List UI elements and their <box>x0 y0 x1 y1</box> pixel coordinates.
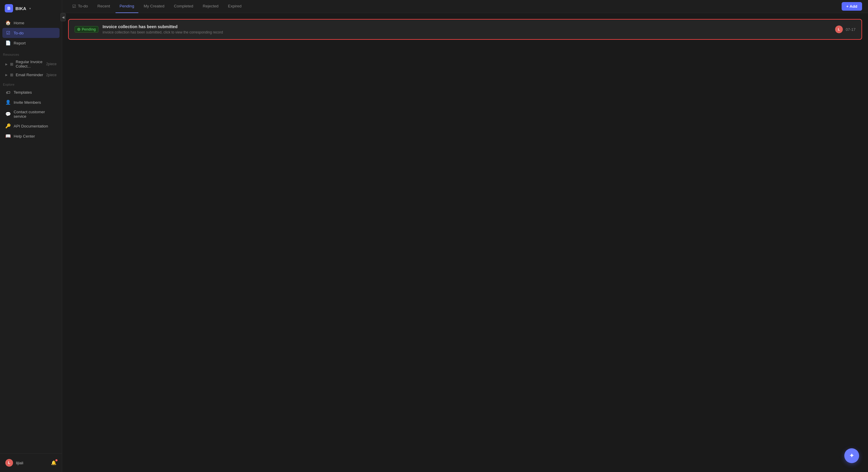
grid-icon: ⊞ <box>10 62 13 66</box>
task-meta: L 07-17 <box>835 26 856 33</box>
report-icon: 📄 <box>5 40 11 46</box>
sidebar-item-home-label: Home <box>13 21 24 25</box>
tab-completed[interactable]: Completed <box>170 0 197 13</box>
notification-dot <box>55 459 58 461</box>
main-nav: 🏠 Home ☑ To-do 📄 Report <box>0 17 62 49</box>
avatar: L <box>5 459 13 467</box>
app-logo[interactable]: B BIKA ▾ <box>0 0 62 17</box>
tab-recent[interactable]: Recent <box>93 0 114 13</box>
sidebar-item-api-documentation[interactable]: 🔑 API Documentation <box>2 121 60 131</box>
task-card[interactable]: Pending Invoice collection has been subm… <box>68 19 862 40</box>
sidebar-item-invite-members[interactable]: 👤 Invite Members <box>2 97 60 107</box>
pending-badge: Pending <box>75 26 98 33</box>
content-area: Pending Invoice collection has been subm… <box>62 13 868 472</box>
sidebar-item-contact-label: Contact customer service <box>13 110 57 119</box>
sidebar-item-home[interactable]: 🏠 Home <box>2 18 60 28</box>
fab-icon: ✦ <box>849 452 855 460</box>
sidebar-item-templates-label: Templates <box>13 90 32 95</box>
expand-icon: ▶ <box>5 73 8 77</box>
grid-icon: ⊞ <box>10 72 13 77</box>
sidebar-item-api-label: API Documentation <box>13 124 48 128</box>
main-content: ☑ To-do Recent Pending My Created Comple… <box>62 0 868 472</box>
tab-pending[interactable]: Pending <box>116 0 138 13</box>
chat-icon: 💬 <box>5 112 11 117</box>
sidebar-item-todo[interactable]: ☑ To-do <box>2 28 60 38</box>
resource-item-email-reminder[interactable]: ▶ ⊞ Email Reminder 2piece <box>2 70 60 79</box>
resource-label: Regular Invoice Collect... <box>16 60 44 68</box>
tab-recent-label: Recent <box>97 4 110 8</box>
task-date: 07-17 <box>846 27 856 32</box>
task-subtitle: invoice collection has been submitted, c… <box>102 30 831 34</box>
app-name: BIKA <box>16 6 26 11</box>
task-info: Invoice collection has been submitted in… <box>102 24 831 34</box>
chevron-down-icon: ▾ <box>29 7 31 10</box>
tab-todo[interactable]: ☑ To-do <box>68 0 92 13</box>
sidebar-item-report-label: Report <box>13 41 26 46</box>
sidebar-item-report[interactable]: 📄 Report <box>2 38 60 48</box>
sidebar-item-help-label: Help Center <box>13 134 35 139</box>
sidebar-item-contact-customer-service[interactable]: 💬 Contact customer service <box>2 107 60 121</box>
tab-completed-label: Completed <box>174 4 193 8</box>
sidebar-item-todo-label: To-do <box>13 31 24 35</box>
add-button[interactable]: + Add <box>842 2 862 11</box>
invite-icon: 👤 <box>5 99 11 105</box>
bell-icon[interactable]: 🔔 <box>51 460 57 466</box>
task-title: Invoice collection has been submitted <box>102 24 831 29</box>
tab-my-created[interactable]: My Created <box>140 0 168 13</box>
tab-todo-icon: ☑ <box>72 4 76 9</box>
tab-rejected[interactable]: Rejected <box>198 0 222 13</box>
tab-expired[interactable]: Expired <box>224 0 246 13</box>
user-name: lijiali <box>16 461 23 465</box>
todo-icon: ☑ <box>5 30 11 36</box>
sidebar-footer: L lijiali 🔔 <box>0 453 62 472</box>
sidebar-item-invite-label: Invite Members <box>13 100 41 105</box>
api-icon: 🔑 <box>5 123 11 129</box>
tab-expired-label: Expired <box>228 4 242 8</box>
tab-bar: ☑ To-do Recent Pending My Created Comple… <box>62 0 868 13</box>
expand-icon: ▶ <box>5 63 8 66</box>
sidebar-item-templates[interactable]: 🏷 Templates <box>2 87 60 97</box>
sidebar-collapse-toggle[interactable]: ◀ <box>60 13 66 21</box>
tab-my-created-label: My Created <box>144 4 164 8</box>
home-icon: 🏠 <box>5 20 11 26</box>
sidebar: B BIKA ▾ 🏠 Home ☑ To-do 📄 Report Resourc… <box>0 0 62 472</box>
resources-section-label: Resources <box>0 49 62 58</box>
resource-item-regular-invoice[interactable]: ▶ ⊞ Regular Invoice Collect... 2piece <box>2 58 60 70</box>
pending-badge-label: Pending <box>82 27 96 31</box>
explore-section-label: Explore <box>0 79 62 87</box>
resource-label: Email Reminder <box>16 72 43 77</box>
tab-pending-label: Pending <box>120 4 134 8</box>
task-avatar: L <box>835 26 843 33</box>
sidebar-item-help-center[interactable]: 📖 Help Center <box>2 131 60 141</box>
resource-count: 2piece <box>46 73 57 77</box>
templates-icon: 🏷 <box>5 90 11 95</box>
user-row[interactable]: L lijiali 🔔 <box>2 456 60 469</box>
fab-button[interactable]: ✦ <box>844 448 859 463</box>
tab-todo-label: To-do <box>78 4 88 8</box>
book-icon: 📖 <box>5 134 11 139</box>
resource-count: 2piece <box>46 62 57 66</box>
logo-badge: B <box>5 4 13 12</box>
tab-rejected-label: Rejected <box>203 4 218 8</box>
